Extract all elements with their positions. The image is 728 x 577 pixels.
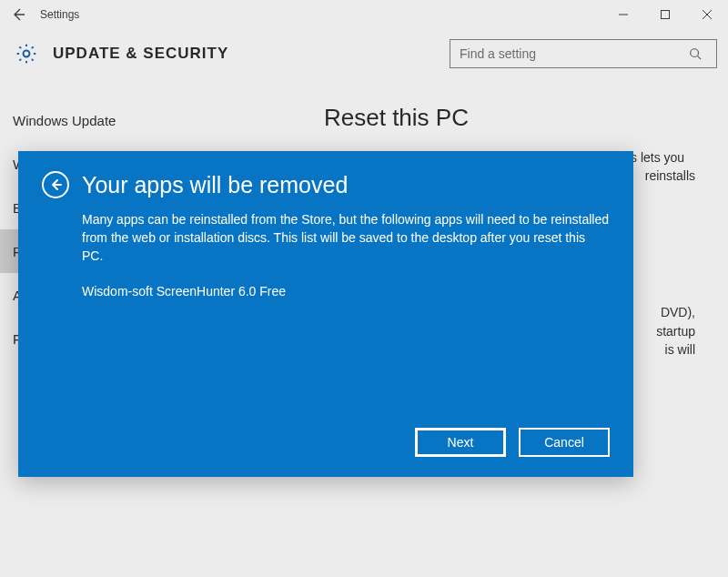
window-controls — [602, 0, 728, 29]
minimize-button[interactable] — [602, 0, 644, 29]
dialog-title: Your apps will be removed — [82, 172, 348, 198]
reset-apps-dialog: Your apps will be removed Many apps can … — [18, 151, 633, 477]
dialog-button-row: Next Cancel — [415, 428, 610, 457]
hero-title: UPDATE & SECURITY — [53, 45, 228, 63]
button-label: Cancel — [544, 435, 584, 450]
arrow-left-icon — [48, 177, 63, 192]
back-button[interactable] — [0, 0, 36, 29]
maximize-icon — [661, 10, 670, 19]
dialog-app-item: Wisdom-soft ScreenHunter 6.0 Free — [82, 284, 610, 299]
sidebar-item-label: Windows Update — [13, 113, 116, 128]
gear-icon — [11, 38, 42, 69]
next-button[interactable]: Next — [415, 428, 506, 457]
search-placeholder: Find a setting — [450, 46, 689, 61]
dialog-back-button[interactable] — [42, 171, 69, 198]
cancel-button[interactable]: Cancel — [519, 428, 610, 457]
page-title: Reset this PC — [324, 104, 695, 132]
dialog-header: Your apps will be removed — [42, 171, 610, 198]
svg-point-2 — [691, 49, 699, 57]
maximize-button[interactable] — [644, 0, 686, 29]
search-icon — [689, 47, 716, 60]
arrow-left-icon — [11, 7, 25, 22]
svg-rect-0 — [662, 11, 670, 19]
close-button[interactable] — [686, 0, 728, 29]
titlebar: Settings — [0, 0, 728, 29]
search-input[interactable]: Find a setting — [450, 39, 717, 68]
sidebar-item-windows-update[interactable]: Windows Update — [0, 98, 291, 142]
hero-row: UPDATE & SECURITY Find a setting — [0, 29, 728, 82]
dialog-body: Many apps can be reinstalled from the St… — [82, 211, 610, 266]
button-label: Next — [448, 435, 474, 450]
close-icon — [703, 10, 712, 19]
app-title: Settings — [36, 8, 79, 21]
svg-point-1 — [24, 51, 30, 57]
minimize-icon — [619, 10, 628, 19]
